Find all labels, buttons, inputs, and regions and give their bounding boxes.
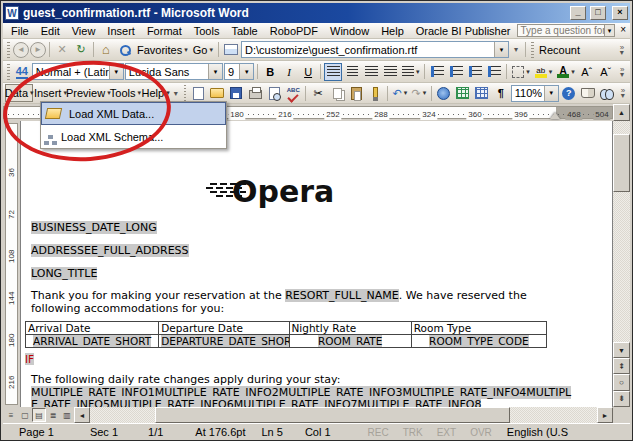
status-rec-toggle[interactable]: REC [361, 427, 396, 438]
normal-view-button[interactable]: ≡ [4, 408, 18, 422]
increase-indent-button[interactable] [485, 63, 503, 81]
zoom-value[interactable]: 110% [512, 87, 544, 99]
toolbar-grip[interactable] [531, 42, 534, 58]
bip-toolbar-options-button[interactable]: ▾ [171, 84, 181, 102]
font-size-dropdown-icon[interactable]: ▾ [239, 64, 253, 79]
toolbar-options-button[interactable]: »▾ [617, 63, 628, 81]
field-room-rate[interactable]: ROOM_RATE [318, 335, 382, 347]
paste-button[interactable] [347, 84, 365, 102]
field-room-type-code[interactable]: ROOM_TYPE_CODE [429, 335, 529, 347]
next-page-button[interactable]: ⇟ [613, 391, 630, 407]
align-left-button[interactable] [324, 63, 342, 81]
open-button[interactable] [208, 84, 226, 102]
zoom-dropdown-icon[interactable]: ▾ [544, 86, 558, 101]
menu-window[interactable]: Window [324, 24, 375, 38]
format-painter-button[interactable] [366, 84, 384, 102]
select-browse-object-button[interactable]: ○ [613, 374, 630, 390]
toolbar-grip[interactable] [7, 64, 10, 80]
vertical-ruler[interactable]: 36 72 108 144 180 216 [3, 121, 20, 407]
scroll-left-button[interactable]: ◄ [74, 407, 90, 423]
italic-button[interactable]: I [280, 63, 298, 81]
zoom-combo[interactable]: 110% ▾ [511, 85, 559, 102]
bip-menu-preview[interactable]: Preview [67, 84, 109, 102]
bip-menu-data[interactable]: Data [5, 84, 33, 102]
status-ovr-toggle[interactable]: OVR [463, 427, 499, 438]
justify-button[interactable] [381, 63, 399, 81]
font-size-combo[interactable]: 9 ▾ [224, 63, 254, 80]
field-arrival-date[interactable]: ARRIVAL_DATE_SHORT [33, 335, 151, 347]
web-layout-view-button[interactable]: ▢ [18, 408, 32, 422]
address-dropdown-icon[interactable]: ▾ [494, 42, 508, 57]
show-web-toolbar-button[interactable] [222, 41, 240, 59]
font-value[interactable]: Lucida Sans [126, 66, 208, 78]
grow-font-button[interactable]: Aˆ [578, 63, 596, 81]
vertical-scrollbar-thumb[interactable] [613, 134, 630, 192]
highlight-button[interactable]: ab [533, 63, 554, 81]
insert-hyperlink-button[interactable] [435, 84, 453, 102]
help-question-dropdown-icon[interactable]: ▾ [605, 24, 614, 37]
toolbar-grip[interactable] [7, 42, 10, 58]
font-dropdown-icon[interactable]: ▾ [208, 64, 222, 79]
style-combo[interactable]: Normal + (Latir ▾ [32, 63, 124, 80]
new-document-button[interactable] [189, 84, 207, 102]
web-toolbar-options-button[interactable]: ▾ [510, 41, 522, 59]
underline-button[interactable]: U [299, 63, 317, 81]
menu-item-load-xml-schema[interactable]: Load XML Schema... [41, 125, 226, 148]
border-button[interactable] [510, 63, 531, 81]
toolbar-grip[interactable] [184, 85, 187, 101]
status-ext-toggle[interactable]: EXT [430, 427, 463, 438]
redo-button[interactable]: ↷ [410, 84, 428, 102]
field-if-marker[interactable]: IF [25, 353, 34, 365]
print-preview-button[interactable] [265, 84, 283, 102]
decrease-indent-button[interactable] [466, 63, 484, 81]
bip-menu-tools[interactable]: Tools [110, 84, 140, 102]
minimize-button[interactable]: _ [570, 6, 586, 20]
reading-view-button[interactable]: ▥ [60, 408, 74, 422]
menu-edit[interactable]: Edit [35, 24, 66, 38]
back-button[interactable]: ◄ [13, 42, 29, 58]
align-right-button[interactable] [362, 63, 380, 81]
menu-tools[interactable]: Tools [188, 24, 226, 38]
refresh-button[interactable]: ↻ [72, 41, 90, 59]
previous-page-button[interactable]: ⇞ [613, 358, 630, 374]
home-button[interactable]: ⌂ [97, 41, 115, 59]
find-button[interactable] [598, 84, 616, 102]
style-dropdown-icon[interactable]: ▾ [109, 64, 123, 79]
insert-excel-button[interactable] [454, 84, 472, 102]
font-combo[interactable]: Lucida Sans ▾ [125, 63, 223, 80]
show-hide-button[interactable]: ¶ [492, 84, 510, 102]
document-page[interactable]: Opera BUSINESS_DATE_LONG ADDRESSEE_FULL_… [20, 121, 613, 407]
bold-button[interactable]: B [261, 63, 279, 81]
address-value[interactable]: D:\customize\guest_confirmation.rtf [242, 44, 494, 56]
maximize-button[interactable]: □ [590, 6, 606, 20]
menu-file[interactable]: File [5, 24, 35, 38]
bullets-button[interactable] [447, 63, 465, 81]
favorites-button[interactable]: Favorites [135, 41, 190, 59]
bip-menu-help[interactable]: Help [142, 84, 170, 102]
forward-button[interactable]: ► [30, 42, 46, 58]
font-color-button[interactable]: A [555, 63, 576, 81]
scroll-down-button[interactable]: ▼ [613, 342, 630, 358]
recount-button[interactable]: Recount [537, 41, 582, 59]
line-spacing-button[interactable] [400, 63, 421, 81]
save-button[interactable] [227, 84, 245, 102]
menu-robopdf[interactable]: RoboPDF [264, 24, 324, 38]
read-button[interactable] [579, 84, 597, 102]
address-combo[interactable]: D:\customize\guest_confirmation.rtf ▾ [241, 41, 509, 58]
outline-view-button[interactable]: ≣ [46, 408, 60, 422]
insert-table-button[interactable] [473, 84, 491, 102]
field-addressee-address[interactable]: ADDRESSEE_FULL_ADDRESS [31, 244, 189, 257]
field-resort-full-name[interactable]: RESORT_FULL_NAME [285, 289, 399, 302]
numbering-button[interactable] [428, 63, 446, 81]
go-button[interactable]: Go [191, 41, 215, 59]
menu-view[interactable]: View [66, 24, 102, 38]
horizontal-scrollbar-thumb[interactable] [155, 407, 510, 423]
print-button[interactable] [246, 84, 264, 102]
indent-marker[interactable] [550, 112, 560, 119]
style-value[interactable]: Normal + (Latir [33, 66, 109, 78]
field-business-date[interactable]: BUSINESS_DATE_LONG [31, 221, 157, 234]
stop-button[interactable]: ✕ [53, 41, 71, 59]
scroll-up-button[interactable]: ▲ [613, 104, 630, 121]
toolbar-options-button[interactable]: »▾ [616, 41, 628, 59]
shrink-font-button[interactable]: Aˇ [597, 63, 615, 81]
